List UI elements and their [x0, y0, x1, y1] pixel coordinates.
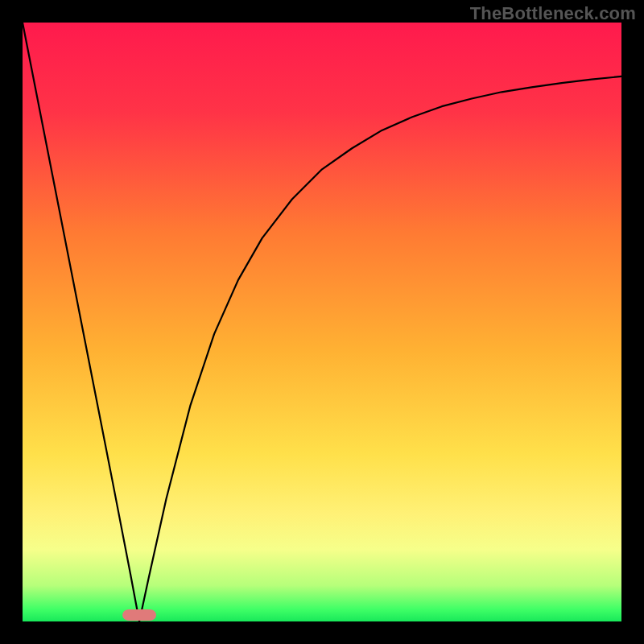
chart-frame: TheBottleneck.com: [0, 0, 644, 644]
watermark-text: TheBottleneck.com: [470, 3, 636, 24]
gradient-plot-area: [23, 23, 621, 621]
optimal-marker: [122, 609, 156, 621]
bottleneck-chart-svg: [0, 0, 644, 644]
